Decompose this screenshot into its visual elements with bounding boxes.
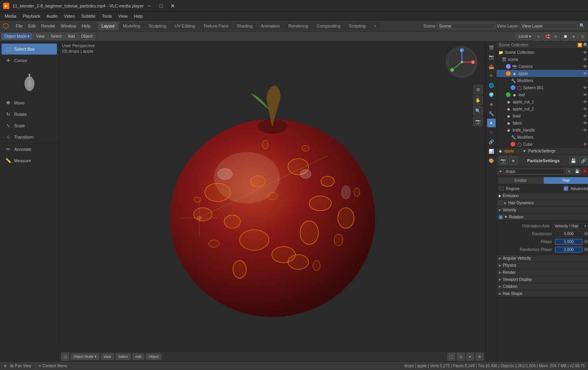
advanced-checkbox[interactable]: ✓ <box>564 186 568 191</box>
phase-dot[interactable] <box>584 240 588 244</box>
viewport-overlay-btn2[interactable]: ⊕ <box>476 353 484 361</box>
viewport-display-section-header[interactable]: ▶ Viewport Display <box>496 276 588 283</box>
viewport-mode-select-btn[interactable]: Object Mode ▾ <box>71 354 99 360</box>
props-vtab-material[interactable]: 🎨 <box>487 156 496 165</box>
children-section-header[interactable]: ▶ Children <box>496 283 588 290</box>
scene-input[interactable] <box>437 23 495 29</box>
props-vtab-render[interactable]: 📷 <box>487 53 496 61</box>
outliner-row-apple-cut-2[interactable]: ◆ apple_cut_2 👁 <box>496 105 588 112</box>
menu-playback[interactable]: Playback <box>20 13 44 19</box>
props-vtab-object[interactable]: ◆ <box>487 100 496 108</box>
viewport-icon-grid[interactable]: ⊞ <box>473 85 483 94</box>
phase-value[interactable]: 1.000 <box>555 239 583 245</box>
outliner-search-icon[interactable]: 🔍 <box>583 43 588 47</box>
view-layer-input[interactable] <box>520 23 578 29</box>
viewport-shading-solid-btn[interactable]: ◯ <box>447 353 455 361</box>
randomize-dot[interactable] <box>584 232 588 236</box>
tab-emitter[interactable]: Emitter <box>498 177 543 184</box>
tool-rotate[interactable]: ↻ Rotate <box>2 109 57 120</box>
particle-delete-btn[interactable]: ✕ <box>582 168 588 174</box>
xray-btn[interactable]: ◫ <box>579 33 586 40</box>
viewport-shading-render-btn[interactable]: ● <box>466 353 474 361</box>
snap-btn[interactable]: 🧲 <box>543 33 551 40</box>
tab-modeling[interactable]: Modeling <box>119 22 145 30</box>
hair-dynamics-section-header[interactable]: ▶ Hair Dynamics <box>496 200 588 207</box>
props-vtab-world[interactable]: 🌍 <box>487 90 496 99</box>
tab-scripting[interactable]: Scripting <box>345 22 370 30</box>
viewport-object-btn2[interactable]: Object <box>146 354 161 360</box>
close-button[interactable]: ✕ <box>167 2 178 10</box>
outliner-row-sphere001[interactable]: ◯ Sphere.001 👁 <box>496 84 588 91</box>
rotation-enable[interactable]: ✓ <box>499 215 503 219</box>
viewport-add-btn[interactable]: Add <box>132 354 144 360</box>
menu-help[interactable]: Help <box>131 13 146 19</box>
outliner-row-apple-cut-1[interactable]: ◆ apple_cut_1 👁 <box>496 98 588 105</box>
apple-cut2-eye[interactable]: 👁 <box>583 107 588 111</box>
randomize-phase-dot[interactable] <box>584 247 588 251</box>
outliner-row-scene-collection[interactable]: 📁 Scene Collection 👁 <box>496 49 588 56</box>
tool-annotate[interactable]: ✏ Annotate <box>2 144 57 155</box>
tab-rendering[interactable]: Rendering <box>284 22 312 30</box>
blender-menu-render[interactable]: Render <box>39 23 58 29</box>
menu-subtitle[interactable]: Subtitle <box>78 13 99 19</box>
props-vtab-scene[interactable]: 🎬 <box>487 43 496 52</box>
tool-select-box[interactable]: ⬚ Select Box <box>2 44 57 55</box>
scene-collection-eye[interactable]: 👁 <box>583 50 588 55</box>
outliner-row-cube[interactable]: ◯ Cube 👁 <box>496 141 588 148</box>
blender-menu-file[interactable]: File <box>13 23 25 29</box>
hair-dynamics-enable[interactable] <box>499 201 503 205</box>
sphere-eye[interactable]: 👁 <box>583 86 588 90</box>
viewport-gizmo[interactable]: Z X Y <box>446 46 481 82</box>
maximize-button[interactable]: □ <box>156 2 167 10</box>
outliner-row-apple[interactable]: ◆ apple 👁 <box>496 70 588 77</box>
tool-scale[interactable]: ⤡ Scale <box>2 120 57 131</box>
particle-save-btn[interactable]: 💾 <box>574 168 580 174</box>
randomize-value[interactable]: 0.000 <box>555 231 583 237</box>
viewport-shading-btn[interactable]: 🔲 <box>561 33 569 40</box>
viewport-editor-type-btn[interactable]: ◫ <box>61 353 69 361</box>
menu-video[interactable]: Video <box>61 13 78 19</box>
outliner-row-leaf[interactable]: ◆ leaf 👁 <box>496 91 588 98</box>
menu-audio[interactable]: Audio <box>44 13 61 19</box>
outliner-row-fabric[interactable]: ◆ fabric 👁 <box>496 119 588 126</box>
viewport-icon-zoom[interactable]: 🔍 <box>473 106 483 115</box>
ps-icon-link[interactable]: 🔗 <box>579 156 588 165</box>
tab-add[interactable]: + <box>370 22 380 30</box>
search-icon[interactable]: 🔍 <box>579 23 585 28</box>
ps-icon-render[interactable]: 📷 <box>499 156 507 165</box>
apple-eye[interactable]: 👁 <box>583 71 588 76</box>
props-vtab-physics[interactable]: ⚛ <box>487 128 496 137</box>
blender-menu-edit[interactable]: Edit <box>26 23 38 29</box>
outliner-filter-icon[interactable]: 🔽 <box>577 43 582 47</box>
scene-eye[interactable]: 👁 <box>583 57 588 62</box>
randomize-phase-value[interactable]: 2.000 <box>555 247 583 253</box>
emission-section-header[interactable]: ▶ Emission <box>496 192 588 200</box>
rotation-section-header[interactable]: ✓ ▼ Rotation <box>496 214 588 221</box>
viewport-select-btn2[interactable]: Select <box>115 354 131 360</box>
outliner-row-camera[interactable]: 📷 Camera 👁 <box>496 63 588 70</box>
outliner-row-modifiers[interactable]: 🔧 Modifiers <box>496 77 588 84</box>
particle-name-input[interactable] <box>504 169 564 174</box>
leaf-eye[interactable]: 👁 <box>583 93 588 97</box>
ps-icon-star[interactable]: ★ <box>509 156 518 165</box>
bowl-eye[interactable]: 👁 <box>583 114 588 118</box>
props-vtab-data[interactable]: 📊 <box>487 147 496 156</box>
tab-texture-paint[interactable]: Texture Paint <box>199 22 232 30</box>
apple-cut1-eye[interactable]: 👁 <box>583 100 588 104</box>
render-section-header[interactable]: ▶ Render <box>496 269 588 276</box>
blender-menu-help[interactable]: Help <box>79 23 93 29</box>
menu-media[interactable]: Media <box>2 13 20 19</box>
props-vtab-scene2[interactable]: 🌐 <box>487 81 496 90</box>
props-vtab-modifier[interactable]: 🔧 <box>487 109 496 118</box>
mode-select-btn[interactable]: Object Mode ▾ <box>2 33 32 40</box>
tab-compositing[interactable]: Compositing <box>313 22 344 30</box>
tab-animation[interactable]: Animation <box>257 22 284 30</box>
regrow-checkbox[interactable] <box>499 186 504 191</box>
menu-view[interactable]: View <box>115 13 131 19</box>
angular-velocity-section-header[interactable]: ▶ Angular Velocity <box>496 255 588 262</box>
props-vtab-particles[interactable]: ✦ <box>487 119 496 127</box>
pivot-btn[interactable]: ⊙ <box>535 33 542 40</box>
outliner-row-modifiers2[interactable]: 🔧 Modifiers <box>496 134 588 141</box>
knife-handle-eye[interactable]: 👁 <box>583 128 588 132</box>
blender-menu-window[interactable]: Window <box>59 23 79 29</box>
